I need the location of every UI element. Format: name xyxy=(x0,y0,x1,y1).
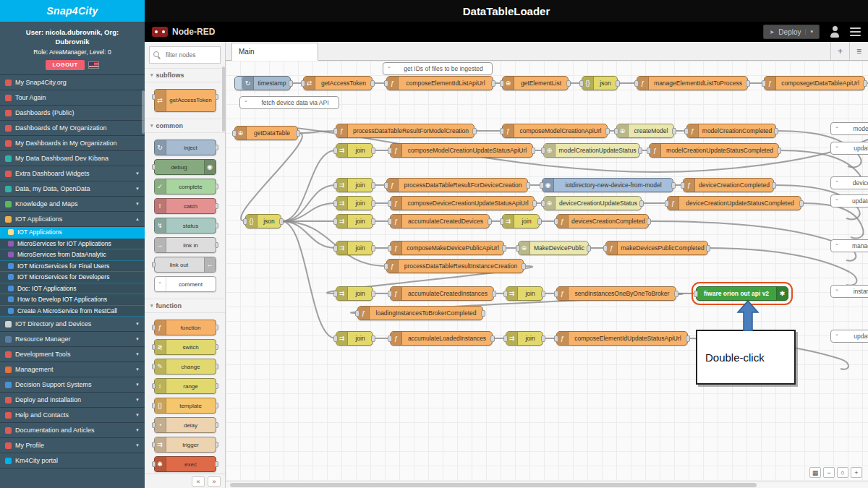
flow-node-accumulateloadedinstances[interactable]: ƒaccumulateLoadedInstances xyxy=(390,331,493,346)
zoom-in-button[interactable]: + xyxy=(851,467,862,478)
sidebar-item-management[interactable]: Management▼ xyxy=(0,362,145,377)
input-port[interactable] xyxy=(554,335,558,342)
palette-node-debug[interactable]: ◉debug xyxy=(154,159,216,175)
input-port[interactable] xyxy=(152,422,156,428)
input-port[interactable] xyxy=(647,147,651,154)
flow-node-processdatatableresultinstancecreation[interactable]: ƒprocessDataTableResultInstanceCreation xyxy=(386,259,524,273)
palette-node-getaccesstoken[interactable]: ⇄getAccessToken xyxy=(154,89,216,112)
output-port[interactable] xyxy=(674,291,678,297)
output-port[interactable] xyxy=(488,218,492,225)
palette-node-catch[interactable]: !catch xyxy=(154,198,216,214)
output-port[interactable] xyxy=(526,182,530,189)
flow-node-devicescreationcompleted[interactable]: ƒdevicesCreationCompleted xyxy=(556,214,649,228)
flow-node-manageelementidlisttoprocess[interactable]: ƒmanageElementIdListToProcess xyxy=(637,76,748,90)
input-port[interactable] xyxy=(333,335,338,342)
flow-node-accumulatecreatedinstances[interactable]: ƒaccumulateCreatedInstances xyxy=(390,286,494,301)
sidebar-item-microservices-from-dataanalytic[interactable]: MicroServices from DataAnalytic xyxy=(0,249,145,261)
horizontal-scrollbar[interactable] xyxy=(226,481,868,488)
flow-tab-main[interactable]: Main xyxy=(231,43,318,61)
flow-node-devicecreationupdatestatuscompleted[interactable]: ƒdeviceCreationUpdateStatusCompleted xyxy=(667,196,801,210)
palette-node-trigger[interactable]: ⇉trigger xyxy=(154,437,216,453)
flow-node-modelcreationupdatestatuscompleted[interactable]: ƒmodelCreationUpdateStatusCompleted xyxy=(649,143,779,158)
input-port[interactable] xyxy=(301,80,305,87)
output-port[interactable] xyxy=(522,263,526,270)
palette-node-switch[interactable]: ≷switch xyxy=(154,339,216,355)
output-port[interactable] xyxy=(746,80,750,87)
flow-node-composemakedevicepublicapiurl[interactable]: ƒcomposeMakeDevicePublicApiUrl xyxy=(390,241,504,255)
input-port[interactable] xyxy=(333,128,338,134)
palette-node-link-out[interactable]: ←link out xyxy=(154,257,216,273)
flow-node-manag[interactable]: “manag xyxy=(830,239,868,252)
flow-node-makedevicepublic[interactable]: ⊕MakeDevicePublic xyxy=(518,241,589,255)
output-port[interactable] xyxy=(370,80,375,87)
input-port[interactable] xyxy=(152,461,156,467)
sidebar-item-data-my-data-opendata[interactable]: Data, my Data, OpenData▼ xyxy=(0,181,145,197)
output-port[interactable] xyxy=(215,461,218,467)
flow-node-join[interactable]: ⇉join xyxy=(336,143,373,158)
palette-node-range[interactable]: ↕range xyxy=(154,378,216,394)
flow-node-composemodelcreationapiurl[interactable]: ƒcomposeModelCreationApiUrl xyxy=(502,124,608,138)
flow-node-model[interactable]: “model xyxy=(830,122,868,135)
zoom-out-button[interactable]: − xyxy=(823,467,835,478)
palette-node-complete[interactable]: ✓complete xyxy=(154,179,216,194)
input-port[interactable] xyxy=(541,200,545,207)
flow-node-accumulatecreateddevices[interactable]: ƒaccumulateCreatedDevices xyxy=(390,214,490,228)
output-port[interactable] xyxy=(371,182,375,189)
output-port[interactable] xyxy=(777,147,781,154)
output-port[interactable] xyxy=(587,245,591,252)
output-port[interactable] xyxy=(371,291,375,297)
flow-node-join[interactable]: ⇉join xyxy=(336,178,373,192)
sidebar-item-create-a-microservice-from-restcall[interactable]: Create A MicroService from RestCall xyxy=(0,306,145,317)
deploy-button[interactable]: ➤ Deploy ▾ xyxy=(763,25,820,39)
flow-node-modelcreationupdatestatus[interactable]: ⊕modelCreationUpdateStatus xyxy=(543,143,640,158)
sidebar-item-dashboards-of-my-organization[interactable]: Dashboards of My Organization xyxy=(0,121,145,136)
flow-node-processdatatableresultfordevicecreation[interactable]: ƒprocessDataTableResultForDeviceCreation xyxy=(386,178,528,192)
palette-scrollbar[interactable] xyxy=(222,67,225,132)
sidebar-item-development-tools[interactable]: Development Tools▼ xyxy=(0,347,145,362)
flow-node-composeelementidlistapiurl[interactable]: ƒcomposeElementIdListApiUrl xyxy=(386,76,493,90)
output-port[interactable] xyxy=(799,200,804,207)
inject-button[interactable] xyxy=(235,77,242,90)
input-port[interactable] xyxy=(694,291,698,297)
output-port[interactable] xyxy=(215,145,218,150)
input-port[interactable] xyxy=(516,245,520,252)
flow-node-loadinginstancestobrokercompleted[interactable]: ƒloadingInstancesToBrokerCompleted xyxy=(357,306,483,320)
output-port[interactable] xyxy=(605,128,610,134)
flow-node-json[interactable]: {}json xyxy=(245,214,281,228)
input-port[interactable] xyxy=(384,80,388,87)
add-flow-button[interactable]: + xyxy=(830,42,849,60)
expand-palette-button[interactable]: » xyxy=(208,476,221,487)
flow-canvas[interactable]: “get IDs of files to be ingested“fetch d… xyxy=(226,61,868,488)
output-port[interactable] xyxy=(639,200,644,207)
output-port[interactable] xyxy=(671,182,676,189)
output-port[interactable] xyxy=(279,218,284,225)
output-port[interactable] xyxy=(491,80,495,87)
output-port[interactable] xyxy=(215,94,218,100)
input-port[interactable] xyxy=(333,147,338,154)
output-port[interactable] xyxy=(492,291,496,297)
palette-node-function[interactable]: ƒfunction xyxy=(154,320,216,335)
input-port[interactable] xyxy=(503,335,508,342)
input-port[interactable] xyxy=(333,291,338,297)
input-port[interactable] xyxy=(503,291,508,297)
flow-node-timestamp[interactable]: ↻timestamp xyxy=(234,76,291,90)
input-port[interactable] xyxy=(665,200,669,207)
palette-node-change[interactable]: ✎change xyxy=(154,359,216,374)
flow-node-fetch-device-data-via-api[interactable]: “fetch device data via API xyxy=(239,96,339,109)
output-port[interactable] xyxy=(371,218,375,225)
input-port[interactable] xyxy=(603,245,608,252)
sidebar-item-iot-applications[interactable]: IOT Applications xyxy=(0,227,145,239)
navigator-icon[interactable]: ▦ xyxy=(809,467,821,478)
sidebar-item-dashboards-public[interactable]: Dashboards (Public) xyxy=(0,106,145,121)
output-port[interactable] xyxy=(772,182,776,189)
output-port[interactable] xyxy=(371,200,375,207)
input-port[interactable] xyxy=(579,80,584,87)
output-port[interactable] xyxy=(863,80,867,87)
flow-node-join[interactable]: ⇉join xyxy=(336,331,373,346)
zoom-reset-button[interactable]: ○ xyxy=(837,467,848,478)
output-port[interactable] xyxy=(215,403,218,408)
collapse-palette-button[interactable]: « xyxy=(192,476,205,487)
flow-node-createmodel[interactable]: ⊕createModel xyxy=(616,124,674,138)
sidebar-item-tour-again[interactable]: Tour Again xyxy=(0,90,145,106)
sidebar-item-iot-directory-and-devices[interactable]: IOT Directory and Devices▼ xyxy=(0,317,145,332)
